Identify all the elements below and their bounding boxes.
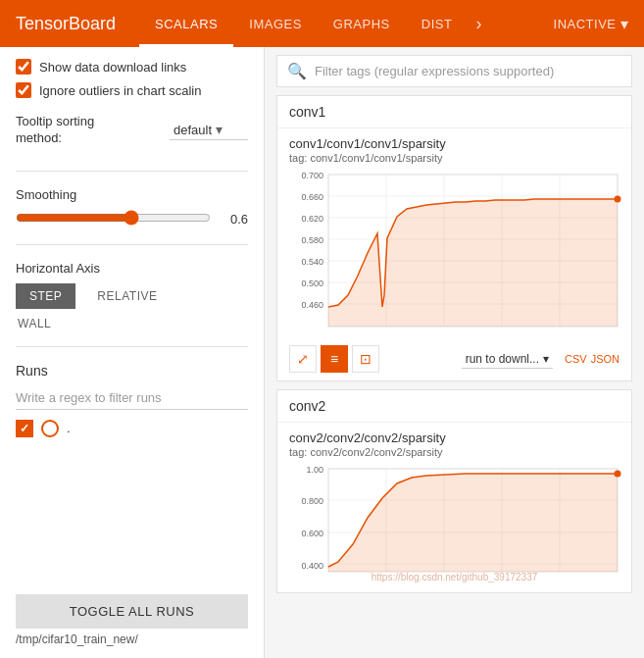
run-dot: . [67, 421, 71, 435]
conv2-chart-tag: tag: conv2/conv2/conv2/sparsity [289, 446, 619, 458]
expand-chart-button[interactable]: ⤢ [289, 345, 317, 373]
main-layout: Show data download links Ignore outliers… [0, 47, 644, 658]
step-button[interactable]: STEP [16, 283, 75, 309]
horizontal-axis-label: Horizontal Axis [16, 261, 248, 276]
tooltip-sorting-label: Tooltip sortingmethod: [16, 114, 94, 147]
run-circle[interactable] [41, 420, 59, 437]
runs-filter-input[interactable] [16, 386, 248, 410]
conv2-header: conv2 [277, 390, 631, 423]
smoothing-value: 0.6 [219, 212, 248, 227]
conv2-chart-title: conv2/conv2/conv2/sparsity [289, 430, 619, 445]
show-download-label: Show data download links [39, 60, 186, 75]
nav-item-scalars[interactable]: SCALARS [139, 0, 233, 47]
svg-point-22 [615, 196, 621, 203]
svg-text:0.620: 0.620 [301, 214, 323, 224]
search-icon: 🔍 [287, 62, 307, 80]
ignore-outliers-checkbox[interactable] [16, 82, 31, 98]
tooltip-sorting-row: Tooltip sortingmethod: default ▾ [16, 114, 248, 147]
divider-2 [16, 244, 248, 245]
conv2-svg: 1.00 0.800 0.600 0.400 [289, 464, 622, 582]
relative-button[interactable]: RELATIVE [83, 283, 171, 309]
svg-text:0.460: 0.460 [301, 300, 323, 310]
svg-text:0.600: 0.600 [301, 529, 323, 538]
svg-text:0.580: 0.580 [301, 235, 323, 245]
search-bar: 🔍 [276, 55, 632, 87]
csv-button[interactable]: CSV [565, 353, 587, 365]
ignore-outliers-label: Ignore outliers in chart scalin [39, 83, 201, 98]
svg-text:0.540: 0.540 [301, 257, 323, 267]
run-download-label: run to downl... [466, 352, 539, 366]
nav-more-icon[interactable]: › [468, 0, 489, 47]
fit-chart-button[interactable]: ⊡ [352, 345, 379, 373]
conv1-chart-title: conv1/conv1/conv1/sparsity [289, 136, 619, 151]
nav-inactive[interactable]: INACTIVE ▾ [554, 15, 628, 33]
conv1-header: conv1 [277, 96, 631, 128]
run-checkbox[interactable] [16, 420, 33, 437]
show-download-checkbox[interactable] [16, 59, 31, 75]
smoothing-slider[interactable] [16, 210, 211, 226]
conv2-chart: 1.00 0.800 0.600 0.400 https://blog.csdn… [289, 464, 619, 584]
smoothing-row: 0.6 [16, 210, 248, 228]
svg-text:0.400: 0.400 [301, 561, 323, 571]
ignore-outliers-row: Ignore outliers in chart scalin [16, 82, 248, 98]
svg-text:0.660: 0.660 [301, 192, 323, 202]
conv1-chart-tag: tag: conv1/conv1/conv1/sparsity [289, 152, 619, 164]
csv-json-buttons: CSV JSON [565, 353, 619, 365]
run-items: . [16, 420, 248, 437]
json-button[interactable]: JSON [591, 353, 619, 365]
nav-item-images[interactable]: IMAGES [233, 0, 318, 47]
show-download-row: Show data download links [16, 59, 248, 75]
runs-section: Runs . [16, 363, 248, 449]
conv1-chart-actions: ⤢ ≡ ⊡ run to downl... ▾ CSV JSON [289, 345, 619, 373]
nav-inactive-label: INACTIVE [554, 17, 617, 31]
conv1-chart: 0.700 0.660 0.620 0.580 0.540 0.500 0.46… [289, 170, 619, 339]
search-input[interactable] [315, 64, 621, 78]
smoothing-label: Smoothing [16, 187, 248, 202]
smoothing-slider-container [16, 210, 211, 228]
wall-label: WALL [18, 317, 248, 330]
app-logo: TensorBoard [16, 14, 116, 34]
svg-text:0.800: 0.800 [301, 496, 323, 506]
svg-point-39 [615, 471, 621, 478]
tooltip-select-value: default [173, 123, 212, 137]
divider-3 [16, 346, 248, 347]
sidebar: Show data download links Ignore outliers… [0, 47, 265, 658]
conv2-chart-container: conv2/conv2/conv2/sparsity tag: conv2/co… [277, 423, 631, 592]
nav-item-dist[interactable]: DIST [406, 0, 469, 47]
svg-text:0.500: 0.500 [301, 278, 323, 288]
nav-item-graphs[interactable]: GRAPHS [318, 0, 406, 47]
run-download-select[interactable]: run to downl... ▾ [462, 350, 553, 369]
conv1-chart-container: conv1/conv1/conv1/sparsity tag: conv1/co… [277, 128, 631, 380]
header: TensorBoard SCALARS IMAGES GRAPHS DIST ›… [0, 0, 644, 47]
divider-1 [16, 171, 248, 172]
conv2-section: conv2 conv2/conv2/conv2/sparsity tag: co… [276, 389, 632, 593]
toggle-all-runs-button[interactable]: TOGGLE ALL RUNS [16, 594, 248, 629]
tooltip-select[interactable]: default ▾ [170, 120, 248, 140]
content-area: 🔍 conv1 conv1/conv1/conv1/sparsity tag: … [265, 47, 644, 658]
svg-text:0.700: 0.700 [301, 171, 323, 180]
axis-buttons: STEP RELATIVE [16, 283, 248, 309]
svg-text:1.00: 1.00 [306, 465, 323, 475]
run-path: /tmp/cifar10_train_new/ [16, 633, 248, 646]
runs-label: Runs [16, 363, 248, 379]
run-download-arrow-icon: ▾ [543, 352, 549, 366]
conv1-svg: 0.700 0.660 0.620 0.580 0.540 0.500 0.46… [289, 170, 622, 336]
nav-bar: SCALARS IMAGES GRAPHS DIST › INACTIVE ▾ [139, 0, 628, 47]
tooltip-select-arrow-icon: ▾ [216, 122, 223, 137]
list-view-button[interactable]: ≡ [321, 345, 348, 373]
conv1-section: conv1 conv1/conv1/conv1/sparsity tag: co… [276, 95, 632, 381]
nav-inactive-arrow-icon: ▾ [620, 15, 629, 33]
